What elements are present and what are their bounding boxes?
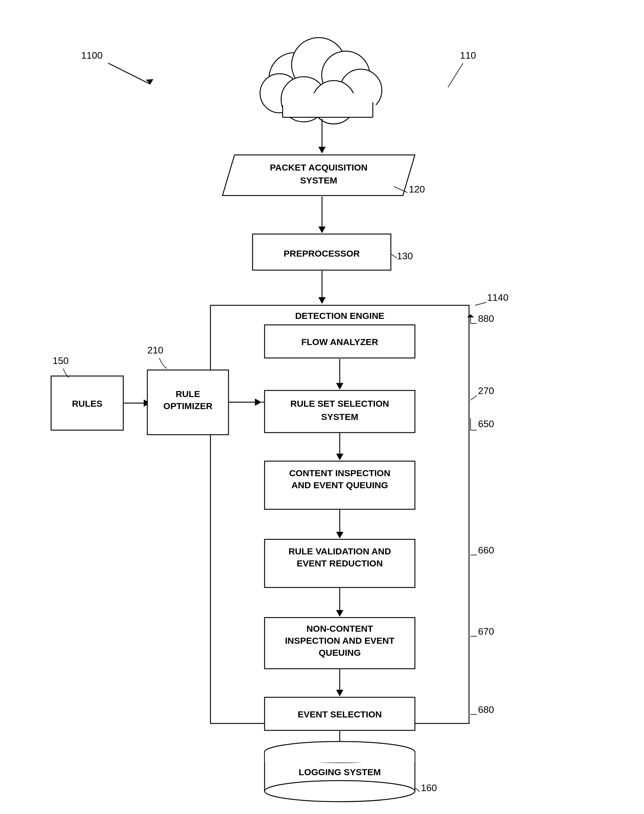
ref-1140: 1140 (487, 292, 508, 303)
svg-text:NON-CONTENT: NON-CONTENT (307, 624, 373, 634)
ref-150: 150 (53, 355, 69, 366)
svg-rect-68 (265, 752, 415, 763)
svg-text:PREPROCESSOR: PREPROCESSOR (284, 249, 360, 258)
svg-text:AND EVENT QUEUING: AND EVENT QUEUING (291, 480, 388, 490)
ref-160: 160 (421, 782, 437, 793)
svg-line-23 (391, 254, 397, 258)
ref-270: 270 (478, 385, 494, 396)
svg-text:EVENT REDUCTION: EVENT REDUCTION (297, 558, 383, 568)
svg-text:RULES: RULES (72, 399, 103, 409)
ref-1100: 1100 (81, 50, 103, 61)
svg-marker-1 (146, 79, 153, 84)
flow-analyzer-box: FLOW ANALYZER (265, 325, 415, 358)
packet-acquisition-box: PACKET ACQUISITION SYSTEM (222, 155, 415, 195)
svg-text:LOGGING SYSTEM: LOGGING SYSTEM (299, 767, 380, 777)
svg-text:CONTENT INSPECTION: CONTENT INSPECTION (289, 468, 391, 478)
non-content-inspection-box: NON-CONTENT INSPECTION AND EVENT QUEUING (265, 617, 415, 669)
svg-rect-35 (265, 390, 415, 433)
svg-text:SYSTEM: SYSTEM (300, 175, 337, 185)
cloud-icon (260, 38, 382, 124)
svg-rect-10 (283, 93, 376, 117)
svg-line-0 (108, 63, 150, 84)
ref-650: 650 (478, 418, 494, 429)
rule-set-selection-box: RULE SET SELECTION SYSTEM (265, 390, 415, 433)
svg-marker-20 (318, 227, 326, 233)
rules-box: RULES (51, 376, 123, 430)
svg-text:QUEUING: QUEUING (319, 648, 361, 657)
ref-210: 210 (147, 345, 163, 356)
svg-text:FLOW ANALYZER: FLOW ANALYZER (301, 337, 378, 347)
ref-660: 660 (478, 545, 494, 556)
svg-point-67 (265, 780, 415, 802)
svg-text:SYSTEM: SYSTEM (321, 412, 358, 422)
diagram-container: 1100 110 (0, 0, 644, 814)
svg-text:INSPECTION AND EVENT: INSPECTION AND EVENT (285, 636, 394, 645)
detection-engine-label: DETECTION ENGINE (295, 311, 385, 321)
svg-marker-25 (318, 297, 326, 304)
svg-line-2 (448, 63, 463, 87)
rule-optimizer-box: RULE OPTIMIZER (147, 370, 228, 435)
ref-120: 120 (409, 184, 425, 195)
svg-marker-15 (318, 147, 326, 154)
ref-110: 110 (460, 50, 476, 61)
content-inspection-box: CONTENT INSPECTION AND EVENT QUEUING (265, 461, 415, 509)
rule-validation-box: RULE VALIDATION AND EVENT REDUCTION (265, 539, 415, 587)
svg-line-34 (471, 396, 477, 400)
ref-670: 670 (478, 626, 494, 637)
svg-text:EVENT SELECTION: EVENT SELECTION (297, 709, 382, 719)
svg-text:RULE VALIDATION AND: RULE VALIDATION AND (288, 546, 391, 556)
ref-880: 880 (478, 313, 494, 324)
packet-acquisition-label: PACKET ACQUISITION (270, 163, 367, 172)
svg-line-70 (416, 788, 420, 792)
ref-130: 130 (397, 250, 413, 261)
event-selection-box: EVENT SELECTION (265, 697, 415, 730)
svg-text:RULE SET SELECTION: RULE SET SELECTION (290, 399, 389, 409)
preprocessor-box: PREPROCESSOR (253, 234, 391, 270)
svg-text:OPTIMIZER: OPTIMIZER (163, 401, 213, 411)
svg-line-26 (475, 302, 486, 305)
logging-system-cylinder: LOGGING SYSTEM (265, 742, 415, 802)
ref-680: 680 (478, 704, 494, 715)
svg-text:RULE: RULE (176, 389, 200, 399)
